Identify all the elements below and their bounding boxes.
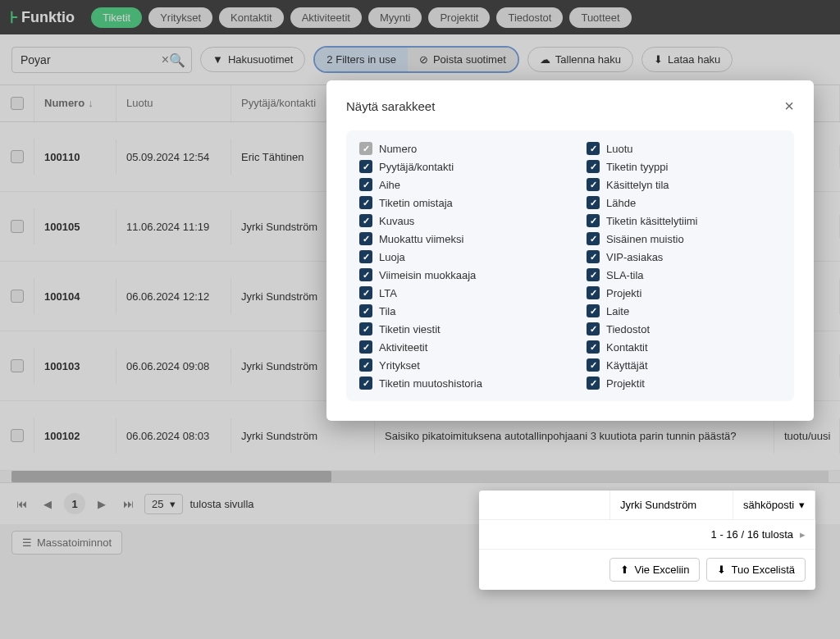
column-toggle[interactable]: ✓Kuvaus: [359, 214, 554, 227]
checkbox-icon: ✓: [359, 268, 372, 281]
column-label: Käyttäjät: [606, 359, 648, 372]
column-toggle[interactable]: ✓Projekti: [587, 286, 781, 299]
column-toggle[interactable]: ✓Tila: [359, 304, 554, 317]
chevron-right-icon[interactable]: ▸: [800, 528, 806, 541]
checkbox-icon: ✓: [359, 286, 372, 299]
column-label: Käsittelyn tila: [606, 179, 669, 191]
column-toggle[interactable]: ✓Tiketin käsittelytiimi: [587, 214, 781, 227]
checkbox-icon: ✓: [359, 358, 372, 372]
columns-box: ✓Numero✓Pyytäjä/kontakti✓Aihe✓Tiketin om…: [346, 130, 794, 401]
checkbox-icon: ✓: [359, 178, 372, 191]
column-label: Tiedostot: [606, 323, 650, 335]
checkbox-icon: ✓: [359, 142, 372, 155]
column-label: Lähde: [606, 197, 636, 209]
bottom-panel: Jyrki Sundström sähköposti▾ ▸1 - 16 / 16…: [479, 491, 815, 590]
column-label: Kuvaus: [379, 215, 414, 227]
column-toggle[interactable]: ✓Aktiviteetit: [359, 340, 554, 354]
checkbox-icon: ✓: [587, 340, 600, 354]
checkbox-icon: ✓: [359, 377, 372, 390]
column-label: Tiketin omistaja: [379, 197, 453, 209]
download-icon: ⬇: [717, 564, 726, 576]
checkbox-icon: ✓: [587, 304, 600, 317]
checkbox-icon: ✓: [587, 377, 600, 390]
checkbox-icon: ✓: [359, 250, 372, 263]
checkbox-icon: ✓: [587, 322, 600, 335]
column-label: Numero: [379, 143, 417, 155]
column-label: Laite: [606, 305, 629, 317]
column-toggle[interactable]: ✓Tiketin muutoshistoria: [359, 377, 554, 390]
column-label: Pyytäjä/kontakti: [379, 161, 454, 173]
column-toggle[interactable]: ✓Tiketin viestit: [359, 322, 554, 335]
bp-channel[interactable]: sähköposti▾: [733, 491, 815, 519]
column-toggle[interactable]: ✓Numero: [359, 142, 554, 155]
column-toggle[interactable]: ✓VIP-asiakas: [587, 250, 781, 263]
checkbox-icon: ✓: [359, 160, 372, 173]
modal-title: Näytä sarakkeet: [346, 99, 435, 113]
checkbox-icon: ✓: [587, 160, 600, 173]
column-label: Luoja: [379, 251, 405, 263]
column-toggle[interactable]: ✓Tiketin omistaja: [359, 196, 554, 209]
column-label: Tiketin tyyppi: [606, 161, 668, 173]
modal-close-button[interactable]: ×: [784, 97, 794, 116]
column-toggle[interactable]: ✓Sisäinen muistio: [587, 232, 781, 245]
column-toggle[interactable]: ✓Laite: [587, 304, 781, 317]
column-label: SLA-tila: [606, 269, 644, 281]
column-toggle[interactable]: ✓SLA-tila: [587, 268, 781, 281]
columns-right: ✓Luotu✓Tiketin tyyppi✓Käsittelyn tila✓Lä…: [587, 142, 781, 390]
column-label: Aihe: [379, 179, 400, 191]
column-label: Tiketin käsittelytiimi: [606, 215, 697, 227]
checkbox-icon: ✓: [587, 286, 600, 299]
column-toggle[interactable]: ✓Kontaktit: [587, 340, 781, 354]
column-toggle[interactable]: ✓LTA: [359, 286, 554, 299]
columns-modal: Näytä sarakkeet × ✓Numero✓Pyytäjä/kontak…: [326, 80, 814, 421]
column-toggle[interactable]: ✓Pyytäjä/kontakti: [359, 160, 554, 173]
checkbox-icon: ✓: [359, 214, 372, 227]
checkbox-icon: ✓: [587, 232, 600, 245]
columns-left: ✓Numero✓Pyytäjä/kontakti✓Aihe✓Tiketin om…: [359, 142, 554, 390]
column-label: Kontaktit: [606, 341, 648, 354]
column-label: Viimeisin muokkaaja: [379, 269, 476, 281]
checkbox-icon: ✓: [359, 196, 372, 209]
upload-icon: ⬆: [620, 564, 629, 576]
column-toggle[interactable]: ✓Tiketin tyyppi: [587, 160, 781, 173]
export-excel-button[interactable]: ⬆Vie Exceliin: [609, 558, 700, 582]
column-label: Aktiviteetit: [379, 341, 427, 354]
column-toggle[interactable]: ✓Viimeisin muokkaaja: [359, 268, 554, 281]
column-toggle[interactable]: ✓Muokattu viimeksi: [359, 232, 554, 245]
checkbox-icon: ✓: [359, 322, 372, 335]
column-toggle[interactable]: ✓Yritykset: [359, 358, 554, 372]
checkbox-icon: ✓: [359, 232, 372, 245]
checkbox-icon: ✓: [587, 358, 600, 372]
column-label: Luotu: [606, 143, 633, 155]
column-toggle[interactable]: ✓Lähde: [587, 196, 781, 209]
column-toggle[interactable]: ✓Käyttäjät: [587, 358, 781, 372]
column-toggle[interactable]: ✓Luoja: [359, 250, 554, 263]
column-label: LTA: [379, 287, 397, 299]
checkbox-icon: ✓: [587, 250, 600, 263]
column-label: Projekti: [606, 287, 641, 299]
bp-name: Jyrki Sundström: [610, 491, 733, 519]
checkbox-icon: ✓: [587, 178, 600, 191]
column-label: Projektit: [606, 377, 645, 390]
checkbox-icon: ✓: [587, 196, 600, 209]
column-label: Tiketin viestit: [379, 323, 441, 335]
column-toggle[interactable]: ✓Tiedostot: [587, 322, 781, 335]
column-label: Tiketin muutoshistoria: [379, 377, 482, 390]
checkbox-icon: ✓: [587, 142, 600, 155]
checkbox-icon: ✓: [359, 304, 372, 317]
column-label: Tila: [379, 305, 395, 317]
checkbox-icon: ✓: [587, 214, 600, 227]
checkbox-icon: ✓: [587, 268, 600, 281]
import-excel-button[interactable]: ⬇Tuo Excelistä: [706, 558, 806, 582]
bp-empty: [479, 491, 610, 519]
column-toggle[interactable]: ✓Projektit: [587, 377, 781, 390]
column-toggle[interactable]: ✓Aihe: [359, 178, 554, 191]
column-label: Muokattu viimeksi: [379, 233, 463, 245]
column-toggle[interactable]: ✓Käsittelyn tila: [587, 178, 781, 191]
column-label: Sisäinen muistio: [606, 233, 684, 245]
column-toggle[interactable]: ✓Luotu: [587, 142, 781, 155]
bp-count: ▸1 - 16 / 16 tulosta: [479, 520, 815, 550]
chevron-down-icon: ▾: [799, 499, 805, 511]
column-label: VIP-asiakas: [606, 251, 663, 263]
column-label: Yritykset: [379, 359, 420, 372]
